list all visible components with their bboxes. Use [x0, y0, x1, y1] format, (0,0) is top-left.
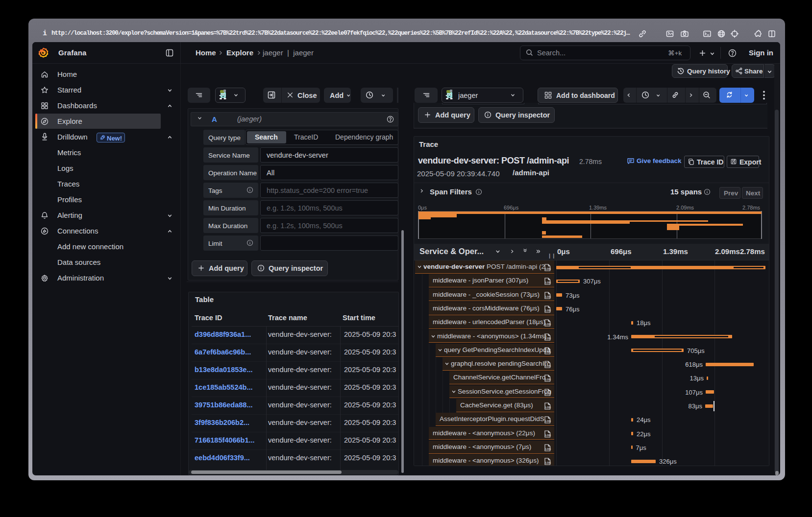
svg-text:LOG: LOG — [545, 434, 551, 437]
svg-text:LOG: LOG — [545, 406, 551, 409]
svg-text:LOG: LOG — [545, 392, 551, 395]
svg-text:LOG: LOG — [545, 295, 551, 298]
svg-text:LOG: LOG — [545, 420, 551, 423]
svg-text:LOG: LOG — [545, 337, 551, 340]
svg-text:LOG: LOG — [545, 281, 551, 284]
svg-text:LOG: LOG — [545, 461, 551, 464]
svg-text:LOG: LOG — [545, 378, 551, 381]
svg-text:LOG: LOG — [545, 351, 551, 353]
svg-text:LOG: LOG — [545, 267, 551, 270]
svg-text:LOG: LOG — [545, 447, 551, 450]
svg-text:LOG: LOG — [545, 364, 551, 367]
svg-text:LOG: LOG — [545, 309, 551, 312]
svg-text:LOG: LOG — [545, 323, 551, 326]
